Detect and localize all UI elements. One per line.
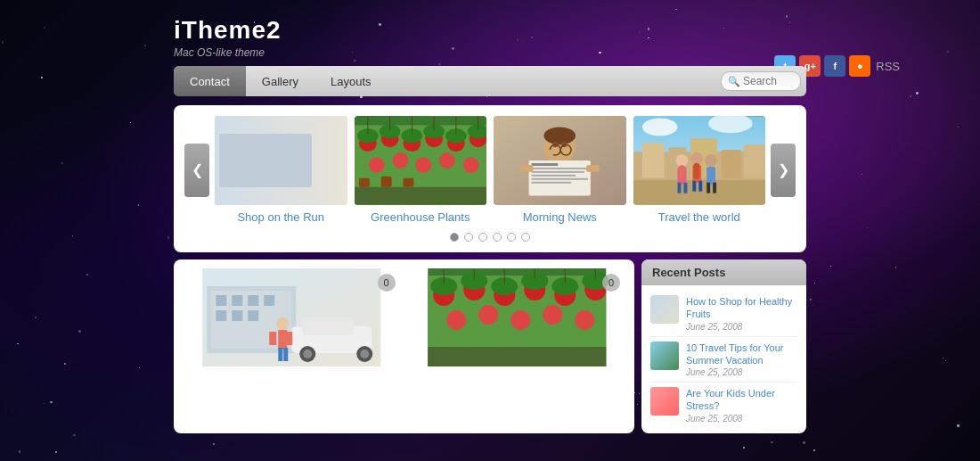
svg-rect-114 — [283, 348, 288, 361]
svg-rect-2 — [224, 138, 290, 186]
svg-rect-59 — [532, 171, 584, 173]
nav-layouts[interactable]: Layouts — [314, 66, 388, 96]
svg-rect-100 — [216, 310, 226, 321]
svg-rect-89 — [706, 183, 710, 193]
svg-rect-1 — [219, 134, 294, 191]
svg-rect-50 — [403, 178, 413, 187]
recent-posts-widget: Recent Posts How to Shop for Healthy Fru… — [641, 259, 806, 433]
svg-rect-0 — [215, 117, 347, 205]
svg-rect-11 — [292, 168, 328, 181]
carousel-prev-arrow[interactable]: ❮ — [184, 144, 209, 197]
svg-rect-90 — [713, 183, 716, 193]
svg-rect-60 — [532, 175, 576, 177]
svg-point-106 — [303, 350, 312, 358]
svg-rect-58 — [532, 168, 588, 169]
lower-thumb-2[interactable]: 0 — [408, 268, 626, 366]
carousel-label-3: Morning News — [494, 210, 626, 224]
svg-rect-85 — [692, 181, 696, 192]
svg-rect-6 — [267, 143, 276, 152]
svg-point-32 — [415, 157, 431, 173]
carousel-dot-5[interactable] — [507, 233, 516, 242]
carousel-label-1: Shop on the Run — [215, 210, 347, 224]
post-info-3: Are Your Kids Under Stress? June 25, 200… — [686, 387, 797, 424]
svg-rect-112 — [286, 332, 292, 345]
lower-main-content: 0 — [174, 259, 634, 433]
svg-rect-64 — [586, 165, 600, 172]
svg-rect-62 — [532, 182, 572, 184]
post-title-3[interactable]: Are Your Kids Under Stress? — [686, 387, 797, 413]
svg-point-108 — [360, 350, 369, 358]
svg-point-16 — [273, 164, 283, 175]
svg-rect-80 — [677, 183, 681, 193]
svg-point-12 — [290, 188, 302, 201]
carousel-items: Shop on the Run — [215, 116, 765, 224]
carousel-label-4: Travel the world — [633, 210, 766, 224]
widget-content: How to Shop for Healthy Fruits June 25, … — [641, 285, 806, 433]
svg-rect-3 — [228, 143, 237, 152]
svg-rect-74 — [722, 150, 741, 178]
carousel-dot-6[interactable] — [521, 233, 530, 242]
carousel-image-2[interactable] — [355, 116, 487, 205]
svg-point-68 — [546, 150, 553, 157]
svg-rect-61 — [532, 178, 588, 180]
svg-rect-10 — [285, 174, 338, 193]
svg-rect-81 — [683, 183, 687, 193]
facebook-icon[interactable]: f — [824, 55, 845, 77]
carousel-item-4: Travel the world — [633, 116, 766, 224]
nav-search: 🔍 — [721, 71, 801, 91]
rss-label: RSS — [876, 60, 900, 73]
svg-rect-79 — [679, 165, 684, 179]
svg-rect-88 — [706, 167, 715, 185]
carousel-dot-4[interactable] — [493, 233, 502, 242]
svg-point-15 — [324, 191, 331, 198]
slider-carousel: ❮ — [184, 116, 796, 224]
svg-point-127 — [575, 310, 594, 330]
svg-rect-57 — [532, 163, 559, 166]
svg-rect-86 — [698, 181, 702, 192]
post-date-3: June 25, 2008 — [686, 414, 797, 424]
post-thumb-3 — [650, 387, 679, 416]
lower-thumb-1[interactable]: 0 — [183, 268, 401, 366]
svg-point-82 — [690, 152, 703, 165]
thumb-badge-2: 0 — [602, 274, 620, 292]
post-title-2[interactable]: 10 Travel Tips for Your Summer Vacation — [686, 342, 797, 367]
carousel-dot-3[interactable] — [478, 233, 487, 242]
svg-point-34 — [462, 157, 478, 173]
post-thumb-2 — [650, 342, 679, 370]
lower-section: 0 — [174, 259, 806, 433]
svg-rect-5 — [255, 143, 264, 152]
nav-contact[interactable]: Contact — [174, 66, 246, 96]
carousel-item-3: Morning News — [494, 116, 626, 224]
svg-rect-48 — [358, 178, 369, 187]
svg-rect-98 — [248, 295, 258, 306]
svg-point-126 — [543, 305, 562, 325]
carousel-dots — [184, 233, 796, 242]
carousel-image-1[interactable] — [215, 116, 347, 205]
svg-point-124 — [478, 305, 498, 325]
carousel-image-3[interactable] — [494, 116, 626, 205]
nav-bar: Contact Gallery Layouts 🔍 — [174, 66, 806, 96]
svg-rect-84 — [693, 163, 699, 179]
nav-gallery[interactable]: Gallery — [246, 66, 314, 96]
rss-icon[interactable]: ● — [849, 55, 870, 77]
carousel-dot-2[interactable] — [464, 233, 473, 242]
svg-rect-140 — [428, 347, 606, 366]
svg-point-125 — [510, 310, 530, 330]
post-title-1[interactable]: How to Shop for Healthy Fruits — [686, 295, 797, 321]
carousel-next-arrow[interactable]: ❯ — [771, 144, 796, 197]
svg-rect-4 — [241, 143, 250, 152]
svg-point-53 — [543, 127, 576, 144]
svg-rect-99 — [264, 295, 274, 306]
svg-point-31 — [392, 152, 408, 169]
carousel-dot-1[interactable] — [450, 233, 459, 242]
svg-point-30 — [368, 157, 384, 173]
svg-rect-21 — [279, 189, 282, 200]
svg-point-77 — [675, 154, 688, 167]
site-subtitle: Mac OS-like theme — [174, 46, 806, 59]
svg-rect-75 — [743, 144, 765, 178]
svg-rect-63 — [520, 165, 534, 172]
carousel-image-4[interactable] — [633, 116, 766, 205]
svg-point-87 — [705, 154, 717, 167]
svg-rect-17 — [274, 175, 282, 191]
post-thumb-1 — [650, 295, 679, 324]
